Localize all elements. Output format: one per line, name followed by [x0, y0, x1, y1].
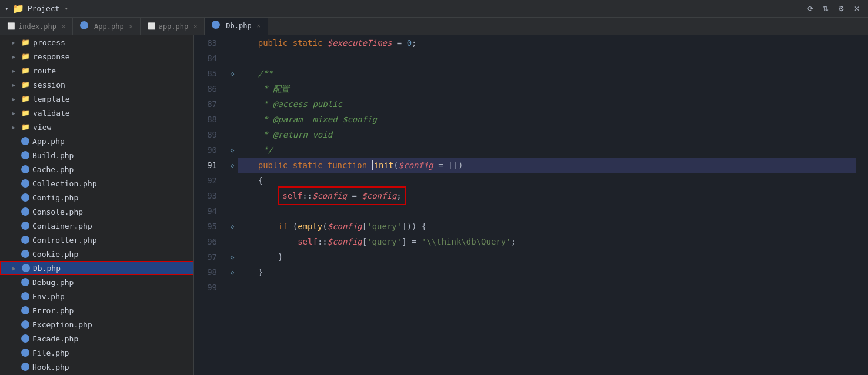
sidebar-label-response: response — [33, 52, 70, 61]
str-think-query: '\\think\db\Query' — [422, 234, 511, 249]
sidebar-item-db-php[interactable]: ▶ Db.php — [0, 261, 193, 275]
file-icon-build — [21, 151, 29, 159]
kw-public-91: public — [258, 158, 288, 173]
self-96: self — [298, 234, 318, 249]
gutter-85[interactable]: ◇ — [226, 66, 238, 81]
line-num-94: 94 — [194, 203, 217, 219]
expand-icon: ▶ — [12, 110, 19, 116]
code-line-95: if ( empty ( $config [ 'query' ])) { — [238, 219, 856, 234]
sort-button[interactable]: ⇅ — [819, 4, 832, 14]
folder-icon-route: 📁 — [21, 66, 30, 75]
gutter-99 — [226, 280, 238, 295]
titlebar-actions: ⟳ ⇅ ⚙ ✕ — [804, 4, 863, 14]
sidebar-item-container-php[interactable]: Container.php — [0, 219, 193, 233]
tab-close-index[interactable]: ✕ — [62, 23, 65, 29]
tabs-bar: ⬜ index.php ✕ App.php ✕ ⬜ app.php ✕ Db.p… — [0, 18, 868, 35]
sidebar-item-error-php[interactable]: Error.php — [0, 303, 193, 317]
sidebar-item-controller-php[interactable]: Controller.php — [0, 233, 193, 247]
line-num-99: 99 — [194, 280, 217, 295]
kw-public-83: public — [258, 35, 288, 51]
sidebar-item-debug-php[interactable]: Debug.php — [0, 275, 193, 289]
close-button[interactable]: ✕ — [850, 4, 863, 14]
gutter-91[interactable]: ◇ — [226, 158, 238, 173]
gutter-84 — [226, 51, 238, 66]
gutter-90[interactable]: ◇ — [226, 142, 238, 158]
gutter-98[interactable]: ◇ — [226, 264, 238, 280]
gutter-92 — [226, 173, 238, 188]
sidebar-label-debug: Debug.php — [32, 278, 74, 287]
file-icon-error — [21, 306, 29, 314]
sidebar-item-console-php[interactable]: Console.php — [0, 205, 193, 219]
line-num-85: 85 — [194, 66, 217, 81]
folder-icon: 📁 — [12, 3, 24, 14]
fn-init: init — [374, 158, 394, 173]
sidebar-item-file-php[interactable]: File.php — [0, 346, 193, 360]
sidebar-item-view[interactable]: ▶ 📁 view — [0, 120, 193, 134]
tab-close-app[interactable]: ✕ — [129, 23, 133, 29]
sidebar-item-hook-php[interactable]: Hook.php — [0, 360, 193, 374]
tab-db-php[interactable]: Db.php ✕ — [205, 18, 268, 35]
gutter-83 — [226, 35, 238, 51]
sidebar-item-app-php[interactable]: App.php — [0, 134, 193, 148]
gutter-93 — [226, 188, 238, 203]
code-line-93: self :: $config = $config ; — [238, 188, 856, 203]
sidebar: ▶ 📁 process ▶ 📁 response ▶ 📁 route ▶ 📁 s… — [0, 35, 194, 375]
sidebar-item-env-php[interactable]: Env.php — [0, 289, 193, 303]
gutter-97[interactable]: ◇ — [226, 249, 238, 264]
sidebar-item-route[interactable]: ▶ 📁 route — [0, 63, 193, 78]
file-icon-collection — [21, 179, 29, 188]
code-area: 83 84 85 86 87 88 89 90 91 92 93 94 95 9… — [194, 35, 868, 295]
project-dropdown-icon[interactable]: ▾ — [64, 5, 68, 12]
expand-icon: ▶ — [12, 96, 19, 102]
line-num-91: 91 — [194, 158, 217, 173]
tab-app-php[interactable]: App.php ✕ — [73, 18, 141, 35]
editor-area[interactable]: 83 84 85 86 87 88 89 90 91 92 93 94 95 9… — [194, 35, 868, 375]
expand-icon: ▶ — [12, 82, 19, 88]
sidebar-label-cache: Cache.php — [32, 165, 74, 174]
sidebar-item-validate[interactable]: ▶ 📁 validate — [0, 106, 193, 120]
sidebar-item-facade-php[interactable]: Facade.php — [0, 332, 193, 346]
tab-close-app2[interactable]: ✕ — [193, 23, 197, 29]
line-num-93: 93 — [194, 188, 217, 203]
project-panel-header: ▾ 📁 Project ▾ — [5, 3, 122, 14]
sidebar-item-collection-php[interactable]: Collection.php — [0, 176, 193, 190]
semi-83: ; — [412, 35, 416, 51]
sidebar-item-template[interactable]: ▶ 📁 template — [0, 92, 193, 106]
sidebar-item-build-php[interactable]: Build.php — [0, 148, 193, 162]
sidebar-label-error: Error.php — [32, 306, 74, 315]
tab-label-app2: app.php — [159, 22, 189, 31]
gutter-95[interactable]: ◇ — [226, 219, 238, 234]
code-line-94 — [238, 203, 856, 219]
titlebar: ▾ 📁 Project ▾ ⟳ ⇅ ⚙ ✕ — [0, 0, 868, 18]
highlight-box-93: self :: $config = $config ; — [278, 186, 406, 205]
sync-button[interactable]: ⟳ — [804, 4, 817, 14]
sidebar-item-cache-php[interactable]: Cache.php — [0, 162, 193, 176]
code-line-83: public static $executeTimes = 0 ; — [238, 35, 856, 51]
line-num-95: 95 — [194, 219, 217, 234]
sidebar-item-process[interactable]: ▶ 📁 process — [0, 35, 193, 49]
sidebar-label-file: File.php — [32, 349, 69, 357]
tab-label-app: App.php — [94, 22, 124, 31]
sidebar-label-view: view — [33, 123, 51, 132]
tab-app2-php[interactable]: ⬜ app.php ✕ — [141, 18, 205, 35]
project-expand-icon[interactable]: ▾ — [5, 5, 9, 12]
indent-83 — [238, 35, 258, 51]
sidebar-item-exception-php[interactable]: Exception.php — [0, 317, 193, 332]
sidebar-item-session[interactable]: ▶ 📁 session — [0, 78, 193, 92]
settings-button[interactable]: ⚙ — [834, 4, 848, 14]
code-line-90: */ — [238, 142, 856, 158]
sidebar-label-app: App.php — [32, 137, 65, 146]
file-icon-debug — [21, 278, 29, 286]
code-line-99 — [238, 280, 856, 295]
tab-close-db[interactable]: ✕ — [257, 22, 261, 29]
line-num-96: 96 — [194, 234, 217, 249]
tab-index-php[interactable]: ⬜ index.php ✕ — [0, 18, 73, 35]
gutter-87 — [226, 96, 238, 112]
tab-icon-app2: ⬜ — [148, 22, 156, 30]
sidebar-item-config-php[interactable]: Config.php — [0, 190, 193, 205]
sidebar-item-response[interactable]: ▶ 📁 response — [0, 49, 193, 63]
code-line-88: * @param mixed $config — [238, 112, 856, 127]
sidebar-item-cookie-php[interactable]: Cookie.php — [0, 247, 193, 261]
project-label: Project — [28, 4, 60, 13]
expand-icon-db: ▶ — [12, 265, 19, 272]
